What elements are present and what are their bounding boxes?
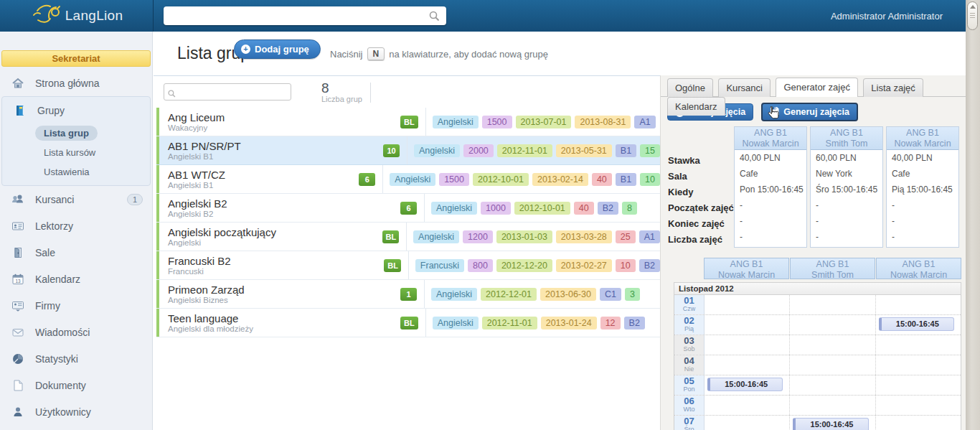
logged-in-user[interactable]: Administrator Administrator (831, 11, 943, 22)
group-tag: 12 (600, 317, 621, 329)
calendar-cell (705, 355, 790, 375)
group-tag: 1200 (463, 230, 493, 243)
group-tag: A1 (634, 116, 655, 128)
tab-lista-zajec[interactable]: Lista zajęć (863, 78, 923, 97)
calendar-day-cell: 02Pią (674, 315, 705, 335)
calendar-event[interactable]: 15:00-16:45 (879, 317, 954, 331)
group-subtitle: Wakacyjny (168, 123, 400, 133)
calendar-day-row: 07Śro15:00-16:45 (674, 416, 961, 430)
gen-cell: - (887, 229, 958, 245)
sidebar-item-grupy[interactable]: Grupy (2, 97, 150, 123)
sidebar-item-kursanci[interactable]: Kursanci 1 (0, 186, 152, 212)
home-icon (11, 76, 24, 90)
gen-cell: New York (811, 166, 882, 182)
group-row[interactable]: AB1 PN/SR/PTAngielski B110Angielski20002… (156, 136, 660, 165)
group-badge: 6 (400, 202, 417, 215)
sidebar-item-ustawienia[interactable]: Ustawienia (2, 162, 150, 182)
tab-ogolne[interactable]: Ogólne (667, 78, 713, 97)
calendar-day-row: 05Pon15:00-16:45 (674, 375, 961, 396)
group-filter-input[interactable] (164, 83, 291, 101)
group-tag: 40 (592, 173, 612, 186)
group-row[interactable]: Angielski początkującyAngielskiBLAngiels… (156, 223, 660, 251)
add-group-button[interactable]: Dodaj grupę (234, 39, 321, 59)
scrollbar-thumb[interactable] (967, 1, 978, 30)
sidebar-item-wiadomosci[interactable]: Wiadomości (0, 319, 152, 345)
calendar-day-cell: 01Czw (674, 295, 705, 314)
row-status-strip (156, 165, 159, 193)
calendar-cell: 15:00-16:45 (876, 315, 961, 335)
group-row[interactable]: Teen languageAngielski dla młodzieżyBLAn… (156, 309, 660, 337)
logo[interactable]: LangLion (0, 0, 154, 32)
gen-cell: - (735, 229, 806, 245)
gen-column: ANG B1Nowak Marcin40,00 PLNCafePon 15:00… (734, 126, 807, 248)
calendar-cell (790, 295, 875, 314)
calendar-day-cell: 05Pon (674, 375, 705, 395)
calendar-day-cell: 06Wto (674, 396, 705, 415)
group-name: AB1 WT/CZ (168, 169, 359, 181)
sidebar-item-statystyki[interactable]: Statystyki (0, 345, 152, 372)
group-badge: BL (400, 317, 418, 329)
pie-chart-icon (11, 352, 24, 365)
gen-column: ANG B1Nowak Marcin40,00 PLNCafePią 15:00… (886, 126, 959, 248)
calendar-cell: 15:00-16:45 (705, 375, 790, 395)
gen-cell: Cafe (735, 166, 806, 182)
gen-cell: Śro 15:00-16:45 (811, 182, 882, 197)
tab-kursanci[interactable]: Kursanci (718, 78, 771, 97)
sidebar-item-strona-glowna[interactable]: Strona główna (0, 70, 152, 96)
gen-cell: Cafe (887, 166, 958, 182)
calendar-column-header: ANG B1Nowak Marcin (704, 258, 789, 279)
group-list: 8 Liczba grup Ang LiceumWakacyjnyBLAngie… (156, 76, 660, 430)
vertical-scrollbar[interactable] (966, 0, 980, 430)
calendar-cell (705, 396, 790, 415)
group-row[interactable]: Primeon ZarządAngielski Biznes1Angielski… (156, 280, 660, 309)
book-icon (13, 103, 27, 117)
group-subtitle: Angielski dla młodzieży (168, 324, 400, 334)
row-status-strip (156, 309, 159, 337)
group-tag: 3 (625, 288, 640, 301)
tab-generator-zajec[interactable]: Generator zajęć (776, 78, 858, 97)
group-tag: 15 (640, 144, 660, 157)
group-name: Angielski B2 (168, 197, 400, 210)
gen-cell: - (735, 213, 806, 229)
main-header: Lista grup Dodaj grupę Naciśnij N na kla… (154, 32, 966, 76)
calendar-cell: 15:00-16:45 (790, 416, 875, 430)
calendar-month-label: Listopad 2012 (674, 282, 961, 295)
save-icon (770, 106, 779, 118)
group-row[interactable]: Ang LiceumWakacyjnyBLAngielski15002013-0… (156, 108, 660, 136)
gen-cell: Pią 15:00-16:45 (887, 182, 958, 197)
gen-cell: - (887, 197, 958, 213)
group-tag: 2012-11-01 (482, 317, 537, 329)
sidebar-item-lista-kursow[interactable]: Lista kursów (2, 143, 150, 162)
document-icon (11, 378, 24, 392)
group-tag: 10 (640, 173, 660, 186)
calendar-day-row: 06Wto (674, 396, 961, 416)
calendar-cell (790, 396, 875, 415)
group-row[interactable]: AB1 WT/CZAngielski B16Angielski15002012-… (156, 165, 660, 194)
tab-kalendarz[interactable]: Kalendarz (667, 97, 725, 116)
sidebar-item-lektorzy[interactable]: Lektorzy (0, 212, 152, 239)
gen-row-label: Sala (668, 169, 731, 184)
sidebar-item-uzytkownicy[interactable]: Użytkownicy (0, 398, 152, 425)
sidebar-item-firmy[interactable]: Firmy (0, 292, 152, 319)
group-row[interactable]: Angielski B2Angielski B26Angielski100020… (156, 194, 660, 223)
generate-lessons-button[interactable]: Generuj zajęcia (761, 103, 858, 121)
calendar-event[interactable]: 15:00-16:45 (793, 418, 868, 430)
global-search-input[interactable] (164, 6, 446, 25)
group-tag: Angielski (431, 288, 477, 301)
sidebar-item-sale[interactable]: Sale (0, 239, 152, 266)
kursanci-count-badge: 1 (127, 194, 143, 205)
search-icon[interactable] (429, 11, 440, 24)
calendar-day-cell: 07Śro (674, 416, 705, 430)
group-row[interactable]: Francuski B2FrancuskiBLFrancuski8002012-… (156, 251, 660, 280)
id-card-icon (11, 219, 24, 233)
gen-row-label: Liczba zajęć (668, 232, 731, 248)
key-n: N (367, 47, 385, 60)
calendar-event[interactable]: 15:00-16:45 (707, 378, 783, 391)
group-tag: 2013-05-31 (556, 144, 612, 157)
sidebar-item-dokumenty[interactable]: Dokumenty (0, 372, 152, 398)
row-status-strip (156, 194, 159, 222)
sidebar-item-lista-grup[interactable]: Lista grup (2, 123, 150, 143)
sidebar-item-kalendarz[interactable]: 13 Kalendarz (0, 266, 152, 292)
group-name: Angielski początkujący (168, 226, 382, 238)
gen-row-label: Początek zajęć (668, 200, 731, 216)
